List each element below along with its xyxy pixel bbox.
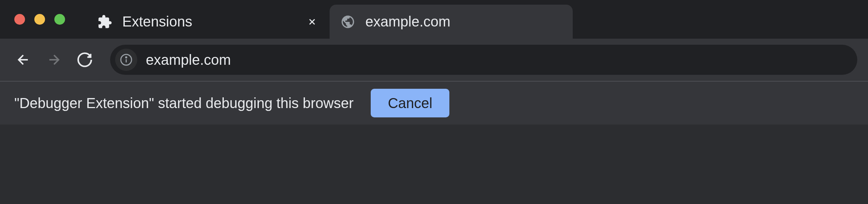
svg-point-2 (126, 57, 127, 58)
forward-button[interactable] (41, 47, 66, 72)
back-button[interactable] (11, 47, 36, 72)
window-close-button[interactable] (14, 14, 25, 25)
site-info-button[interactable] (115, 49, 137, 71)
puzzle-icon (97, 14, 112, 29)
tab-title: Extensions (122, 14, 295, 30)
toolbar: example.com (0, 39, 868, 82)
tab-extensions[interactable]: Extensions (87, 5, 330, 39)
tabs-container: Extensions example.com (87, 0, 573, 39)
globe-icon (340, 14, 355, 29)
tab-close-button[interactable] (305, 15, 319, 29)
tab-title: example.com (365, 14, 562, 30)
infobar-message: "Debugger Extension" started debugging t… (14, 95, 354, 111)
address-bar[interactable]: example.com (110, 45, 857, 75)
tab-example-com[interactable]: example.com (330, 5, 573, 39)
cancel-button[interactable]: Cancel (371, 89, 450, 117)
window-minimize-button[interactable] (34, 14, 45, 25)
tab-strip: Extensions example.com (0, 0, 868, 39)
window-maximize-button[interactable] (54, 14, 65, 25)
reload-button[interactable] (72, 47, 97, 72)
url-text: example.com (146, 52, 852, 68)
debugger-infobar: "Debugger Extension" started debugging t… (0, 82, 868, 125)
window-controls (14, 14, 65, 25)
